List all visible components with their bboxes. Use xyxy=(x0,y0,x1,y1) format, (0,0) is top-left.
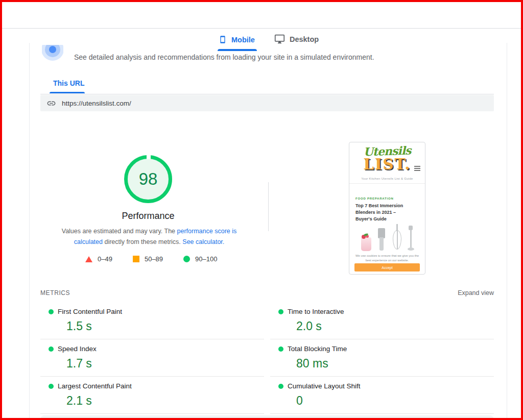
hamburger-menu-icon xyxy=(414,166,420,172)
tab-desktop-label: Desktop xyxy=(290,35,319,43)
score-legend: 0–49 50–89 90–100 xyxy=(85,255,217,263)
performance-category-label: Performance xyxy=(97,211,199,221)
gauge-thumbnail-divider xyxy=(268,182,269,231)
next-section-top xyxy=(40,415,494,420)
metric-label: Total Blocking Time xyxy=(288,345,347,353)
mobile-phone-icon xyxy=(219,34,227,45)
pass-dot-icon xyxy=(278,309,283,314)
site-brand-block: LIST. xyxy=(349,157,425,172)
whisk-wire xyxy=(397,231,398,249)
metric-value: 0 xyxy=(296,394,494,408)
metric-largest-contentful-paint: Largest Contentful Paint 2.1 s xyxy=(40,377,264,414)
site-brand: Utensils LIST. xyxy=(349,145,425,172)
legend-fail-range: 0–49 xyxy=(98,255,112,263)
metrics-header: METRICS Expand view xyxy=(40,289,494,297)
link-icon xyxy=(46,98,56,108)
cookie-accept-button: Accept xyxy=(354,263,420,271)
cookie-consent-text: We use cookies to ensure that we give yo… xyxy=(353,254,421,263)
metric-label: First Contentful Paint xyxy=(58,308,122,315)
site-brand-script: Utensils xyxy=(349,144,425,158)
square-icon xyxy=(133,256,139,262)
site-tagline: Your Kitchen Utensils List & Guide xyxy=(349,177,425,180)
blender-shaft xyxy=(379,237,384,251)
metric-first-contentful-paint: First Contentful Paint 1.5 s xyxy=(40,302,264,339)
pass-dot-icon xyxy=(278,384,283,389)
smoothie-glass xyxy=(361,237,371,251)
pass-dot-icon xyxy=(49,347,54,352)
tab-this-url[interactable]: This URL xyxy=(53,79,84,87)
performance-score-gauge: 98 xyxy=(124,155,172,203)
tab-mobile-label: Mobile xyxy=(231,36,255,44)
metric-time-to-interactive: Time to Interactive 2.0 s xyxy=(270,302,494,339)
gauge-gap xyxy=(147,155,151,159)
frother-rod xyxy=(410,230,412,248)
frother-base xyxy=(408,248,414,251)
tab-desktop[interactable]: Desktop xyxy=(274,34,319,50)
device-tabs: Mobile Desktop xyxy=(219,34,319,51)
score-disclaimer: Values are estimated and may vary. The p… xyxy=(50,226,249,248)
metrics-title: METRICS xyxy=(40,289,70,297)
blender-motor xyxy=(378,228,385,238)
metric-label: Cumulative Layout Shift xyxy=(288,382,361,390)
pass-dot-icon xyxy=(49,384,54,389)
site-screenshot-thumbnail: Utensils LIST. Your Kitchen Utensils Lis… xyxy=(349,142,425,275)
tab-mobile[interactable]: Mobile xyxy=(219,34,255,51)
this-url-underline xyxy=(50,92,85,93)
metric-label: Largest Contentful Paint xyxy=(58,382,132,390)
pass-dot-icon xyxy=(278,347,283,352)
expand-view-button[interactable]: Expand view xyxy=(458,289,494,297)
disclaimer-text-1: Values are estimated and may vary. The xyxy=(62,228,177,235)
article-category: FOOD PREPARATION xyxy=(355,197,394,200)
analyzed-url-bar[interactable]: https://utensilslist.com/ xyxy=(40,95,494,111)
metrics-grid: First Contentful Paint 1.5 s Time to Int… xyxy=(40,302,494,414)
circle-icon xyxy=(183,256,190,262)
lab-intro-text: See detailed analysis and recommendation… xyxy=(74,53,374,61)
analyzed-url: https://utensilslist.com/ xyxy=(62,100,131,107)
legend-item-fail: 0–49 xyxy=(85,255,112,263)
triangle-icon xyxy=(85,256,92,262)
legend-average-range: 50–89 xyxy=(145,255,163,263)
header-divider xyxy=(0,28,523,29)
disclaimer-text-2: directly from these metrics. xyxy=(103,238,182,245)
metric-value: 2.0 s xyxy=(296,319,494,333)
report-card-right-border xyxy=(507,43,507,420)
see-calculator-link[interactable]: See calculator. xyxy=(182,238,224,245)
pass-dot-icon xyxy=(49,309,54,314)
metric-value: 1.7 s xyxy=(66,357,264,370)
legend-pass-range: 90–100 xyxy=(195,255,217,263)
performance-score: 98 xyxy=(139,169,158,189)
metric-label: Time to Interactive xyxy=(288,308,344,315)
metric-total-blocking-time: Total Blocking Time 80 ms xyxy=(270,339,494,377)
metric-value: 80 ms xyxy=(296,357,494,370)
metric-value: 1.5 s xyxy=(66,319,264,333)
desktop-monitor-icon xyxy=(274,34,285,44)
article-image xyxy=(354,220,420,252)
metric-value: 2.1 s xyxy=(66,394,264,408)
report-card-left-border xyxy=(29,43,30,420)
thumbnail-divider xyxy=(349,183,425,184)
legend-item-pass: 90–100 xyxy=(183,255,217,263)
metric-label: Speed Index xyxy=(58,345,97,353)
metric-speed-index: Speed Index 1.7 s xyxy=(40,339,264,377)
lab-data-icon xyxy=(42,45,63,62)
metric-cumulative-layout-shift: Cumulative Layout Shift 0 xyxy=(270,377,494,414)
active-tab-underline xyxy=(218,49,257,51)
legend-item-average: 50–89 xyxy=(133,255,163,263)
url-tab-divider xyxy=(40,94,494,94)
